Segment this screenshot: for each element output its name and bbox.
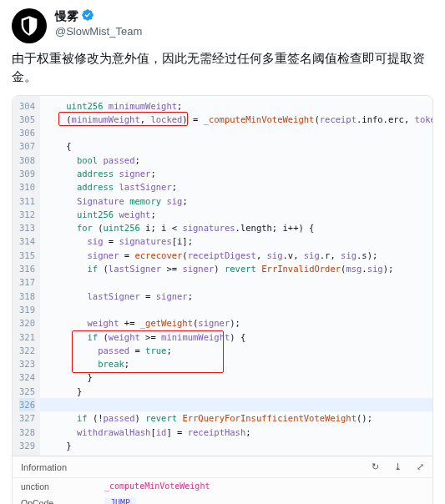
info-tabs: Information ↻ ⤓ ⤢ bbox=[13, 456, 432, 478]
tweet-text: 由于权重被修改为意外值，因此无需经过任何多重签名阈值检查即可提取资金。 bbox=[0, 48, 445, 95]
name-block: 慢雾 @SlowMist_Team bbox=[55, 8, 142, 38]
code-panel: 3043053063073083093103113123133143153163… bbox=[12, 95, 433, 505]
display-name[interactable]: 慢雾 bbox=[55, 9, 78, 24]
shield-icon bbox=[18, 14, 41, 38]
download-icon[interactable]: ⤓ bbox=[394, 461, 402, 472]
tab-information[interactable]: Information bbox=[21, 462, 67, 472]
handle[interactable]: @SlowMist_Team bbox=[55, 25, 142, 38]
value-function: _computeMinVoteWeight bbox=[104, 481, 424, 491]
refresh-icon[interactable]: ↻ bbox=[372, 461, 379, 472]
tweet-header: 慢雾 @SlowMist_Team bbox=[0, 0, 445, 48]
code-lines: uint256 minimumWeight; (minimumWeight, l… bbox=[40, 96, 433, 456]
verified-badge-icon bbox=[81, 8, 94, 25]
avatar[interactable] bbox=[12, 8, 47, 43]
code-area: 3043053063073083093103113123133143153163… bbox=[13, 96, 432, 456]
debug-info-panel: Information ↻ ⤓ ⤢ unction _computeMinVot… bbox=[13, 456, 432, 504]
label-opcode: OpCode bbox=[21, 498, 104, 504]
line-number-gutter: 3043053063073083093103113123133143153163… bbox=[13, 96, 40, 456]
value-opcode: JUMP bbox=[104, 497, 136, 504]
label-function: unction bbox=[21, 481, 104, 491]
expand-icon[interactable]: ⤢ bbox=[417, 461, 424, 472]
